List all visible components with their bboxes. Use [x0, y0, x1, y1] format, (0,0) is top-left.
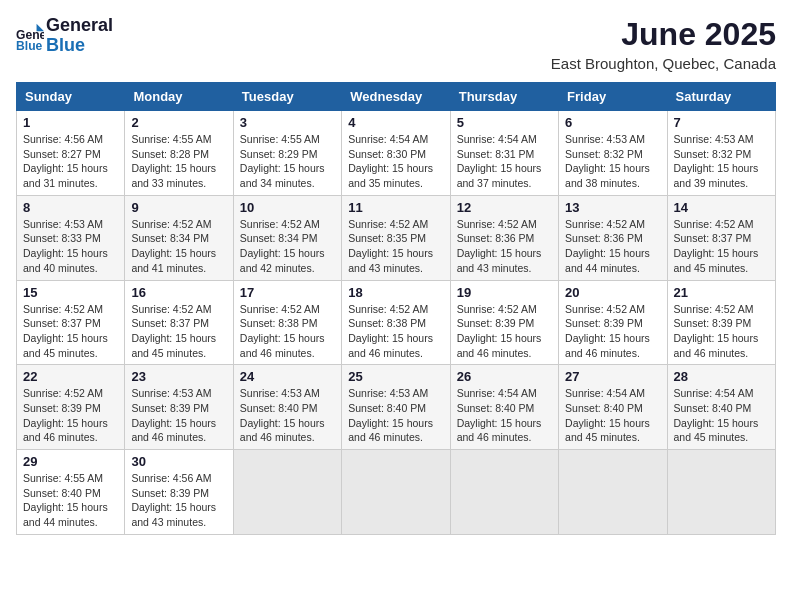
calendar-cell: 13Sunrise: 4:52 AMSunset: 8:36 PMDayligh…	[559, 195, 667, 280]
title-block: June 2025 East Broughton, Quebec, Canada	[551, 16, 776, 72]
day-detail: Sunrise: 4:54 AMSunset: 8:40 PMDaylight:…	[674, 386, 769, 445]
day-detail: Sunrise: 4:53 AMSunset: 8:39 PMDaylight:…	[131, 386, 226, 445]
day-number: 12	[457, 200, 552, 215]
day-number: 14	[674, 200, 769, 215]
day-number: 24	[240, 369, 335, 384]
day-detail: Sunrise: 4:54 AMSunset: 8:40 PMDaylight:…	[565, 386, 660, 445]
header: General Blue General Blue June 2025 East…	[16, 16, 776, 72]
day-number: 18	[348, 285, 443, 300]
day-detail: Sunrise: 4:55 AMSunset: 8:29 PMDaylight:…	[240, 132, 335, 191]
calendar-week-row: 29Sunrise: 4:55 AMSunset: 8:40 PMDayligh…	[17, 450, 776, 535]
day-detail: Sunrise: 4:52 AMSunset: 8:38 PMDaylight:…	[240, 302, 335, 361]
day-detail: Sunrise: 4:56 AMSunset: 8:39 PMDaylight:…	[131, 471, 226, 530]
calendar-cell: 22Sunrise: 4:52 AMSunset: 8:39 PMDayligh…	[17, 365, 125, 450]
weekday-header-friday: Friday	[559, 83, 667, 111]
day-number: 17	[240, 285, 335, 300]
weekday-header-row: SundayMondayTuesdayWednesdayThursdayFrid…	[17, 83, 776, 111]
day-number: 23	[131, 369, 226, 384]
calendar-cell: 28Sunrise: 4:54 AMSunset: 8:40 PMDayligh…	[667, 365, 775, 450]
day-detail: Sunrise: 4:54 AMSunset: 8:40 PMDaylight:…	[457, 386, 552, 445]
day-number: 10	[240, 200, 335, 215]
calendar-table: SundayMondayTuesdayWednesdayThursdayFrid…	[16, 82, 776, 535]
day-number: 19	[457, 285, 552, 300]
day-number: 26	[457, 369, 552, 384]
calendar-cell: 29Sunrise: 4:55 AMSunset: 8:40 PMDayligh…	[17, 450, 125, 535]
calendar-cell: 1Sunrise: 4:56 AMSunset: 8:27 PMDaylight…	[17, 111, 125, 196]
day-detail: Sunrise: 4:53 AMSunset: 8:33 PMDaylight:…	[23, 217, 118, 276]
day-number: 15	[23, 285, 118, 300]
calendar-cell: 30Sunrise: 4:56 AMSunset: 8:39 PMDayligh…	[125, 450, 233, 535]
calendar-cell: 4Sunrise: 4:54 AMSunset: 8:30 PMDaylight…	[342, 111, 450, 196]
day-detail: Sunrise: 4:52 AMSunset: 8:39 PMDaylight:…	[565, 302, 660, 361]
svg-text:Blue: Blue	[16, 39, 43, 50]
day-number: 4	[348, 115, 443, 130]
calendar-cell: 3Sunrise: 4:55 AMSunset: 8:29 PMDaylight…	[233, 111, 341, 196]
weekday-header-wednesday: Wednesday	[342, 83, 450, 111]
day-number: 2	[131, 115, 226, 130]
calendar-cell: 16Sunrise: 4:52 AMSunset: 8:37 PMDayligh…	[125, 280, 233, 365]
logo-icon: General Blue	[16, 22, 44, 50]
calendar-cell: 8Sunrise: 4:53 AMSunset: 8:33 PMDaylight…	[17, 195, 125, 280]
day-detail: Sunrise: 4:54 AMSunset: 8:30 PMDaylight:…	[348, 132, 443, 191]
day-number: 9	[131, 200, 226, 215]
calendar-cell: 2Sunrise: 4:55 AMSunset: 8:28 PMDaylight…	[125, 111, 233, 196]
calendar-cell: 19Sunrise: 4:52 AMSunset: 8:39 PMDayligh…	[450, 280, 558, 365]
day-number: 20	[565, 285, 660, 300]
day-number: 13	[565, 200, 660, 215]
calendar-week-row: 1Sunrise: 4:56 AMSunset: 8:27 PMDaylight…	[17, 111, 776, 196]
day-number: 16	[131, 285, 226, 300]
calendar-cell: 7Sunrise: 4:53 AMSunset: 8:32 PMDaylight…	[667, 111, 775, 196]
day-detail: Sunrise: 4:52 AMSunset: 8:34 PMDaylight:…	[240, 217, 335, 276]
calendar-week-row: 8Sunrise: 4:53 AMSunset: 8:33 PMDaylight…	[17, 195, 776, 280]
calendar-cell: 25Sunrise: 4:53 AMSunset: 8:40 PMDayligh…	[342, 365, 450, 450]
weekday-header-monday: Monday	[125, 83, 233, 111]
calendar-cell: 26Sunrise: 4:54 AMSunset: 8:40 PMDayligh…	[450, 365, 558, 450]
calendar-cell: 20Sunrise: 4:52 AMSunset: 8:39 PMDayligh…	[559, 280, 667, 365]
day-detail: Sunrise: 4:53 AMSunset: 8:32 PMDaylight:…	[674, 132, 769, 191]
day-detail: Sunrise: 4:52 AMSunset: 8:39 PMDaylight:…	[674, 302, 769, 361]
day-detail: Sunrise: 4:53 AMSunset: 8:40 PMDaylight:…	[240, 386, 335, 445]
day-detail: Sunrise: 4:52 AMSunset: 8:37 PMDaylight:…	[674, 217, 769, 276]
calendar-cell	[233, 450, 341, 535]
calendar-cell: 17Sunrise: 4:52 AMSunset: 8:38 PMDayligh…	[233, 280, 341, 365]
day-number: 25	[348, 369, 443, 384]
day-detail: Sunrise: 4:52 AMSunset: 8:37 PMDaylight:…	[23, 302, 118, 361]
day-number: 22	[23, 369, 118, 384]
calendar-cell	[342, 450, 450, 535]
calendar-cell: 23Sunrise: 4:53 AMSunset: 8:39 PMDayligh…	[125, 365, 233, 450]
day-detail: Sunrise: 4:52 AMSunset: 8:39 PMDaylight:…	[457, 302, 552, 361]
day-detail: Sunrise: 4:56 AMSunset: 8:27 PMDaylight:…	[23, 132, 118, 191]
day-number: 11	[348, 200, 443, 215]
day-number: 6	[565, 115, 660, 130]
weekday-header-tuesday: Tuesday	[233, 83, 341, 111]
calendar-cell	[559, 450, 667, 535]
weekday-header-sunday: Sunday	[17, 83, 125, 111]
calendar-cell: 15Sunrise: 4:52 AMSunset: 8:37 PMDayligh…	[17, 280, 125, 365]
weekday-header-saturday: Saturday	[667, 83, 775, 111]
day-number: 27	[565, 369, 660, 384]
day-detail: Sunrise: 4:52 AMSunset: 8:34 PMDaylight:…	[131, 217, 226, 276]
day-number: 8	[23, 200, 118, 215]
day-number: 5	[457, 115, 552, 130]
location-title: East Broughton, Quebec, Canada	[551, 55, 776, 72]
calendar-cell: 14Sunrise: 4:52 AMSunset: 8:37 PMDayligh…	[667, 195, 775, 280]
day-number: 29	[23, 454, 118, 469]
calendar-cell: 11Sunrise: 4:52 AMSunset: 8:35 PMDayligh…	[342, 195, 450, 280]
calendar-cell: 5Sunrise: 4:54 AMSunset: 8:31 PMDaylight…	[450, 111, 558, 196]
logo: General Blue General Blue	[16, 16, 113, 56]
day-detail: Sunrise: 4:53 AMSunset: 8:32 PMDaylight:…	[565, 132, 660, 191]
calendar-cell: 10Sunrise: 4:52 AMSunset: 8:34 PMDayligh…	[233, 195, 341, 280]
calendar-cell	[667, 450, 775, 535]
day-detail: Sunrise: 4:52 AMSunset: 8:36 PMDaylight:…	[457, 217, 552, 276]
day-detail: Sunrise: 4:52 AMSunset: 8:39 PMDaylight:…	[23, 386, 118, 445]
calendar-cell: 27Sunrise: 4:54 AMSunset: 8:40 PMDayligh…	[559, 365, 667, 450]
day-detail: Sunrise: 4:54 AMSunset: 8:31 PMDaylight:…	[457, 132, 552, 191]
day-number: 28	[674, 369, 769, 384]
logo-text: General Blue	[46, 16, 113, 56]
day-detail: Sunrise: 4:52 AMSunset: 8:36 PMDaylight:…	[565, 217, 660, 276]
calendar-cell: 9Sunrise: 4:52 AMSunset: 8:34 PMDaylight…	[125, 195, 233, 280]
month-title: June 2025	[551, 16, 776, 53]
day-detail: Sunrise: 4:55 AMSunset: 8:40 PMDaylight:…	[23, 471, 118, 530]
day-detail: Sunrise: 4:55 AMSunset: 8:28 PMDaylight:…	[131, 132, 226, 191]
calendar-cell: 18Sunrise: 4:52 AMSunset: 8:38 PMDayligh…	[342, 280, 450, 365]
